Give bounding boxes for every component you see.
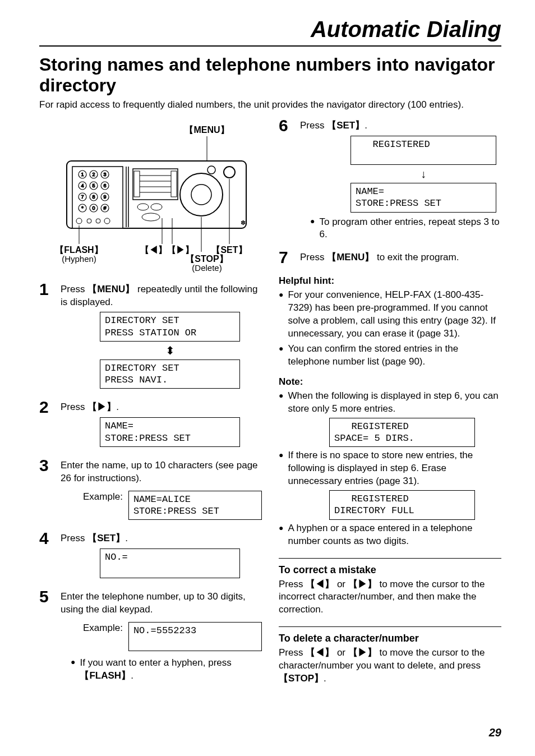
bullet-icon: ● [279,289,283,340]
bullet-text: If you want to enter a hyphen, press [80,657,231,668]
step-text: Enter the telephone number, up to 30 dig… [61,591,262,616]
bullet-text: . [131,670,133,681]
step-text: Enter the name, up to 10 characters (see… [61,459,262,485]
step-number: 6 [279,117,292,242]
svg-text:7: 7 [81,194,84,200]
svg-text:【FLASH】: 【FLASH】 [55,245,103,255]
step-number: 3 [39,457,53,522]
svg-text:0: 0 [92,205,95,211]
step-3: 3 Enter the name, up to 10 characters (s… [39,457,262,522]
page-title: Automatic Dialing [311,17,501,42]
bullet-icon: ● [279,390,283,416]
step-text: Press [300,252,327,262]
svg-point-46 [207,166,215,174]
lcd-display: NO.=5552233 [128,622,262,652]
svg-point-45 [191,185,211,205]
helpful-hint-heading: Helpful hint: [279,275,501,287]
svg-point-43 [142,213,160,221]
delete-body: Press 【◀】 or 【▶】 to move the cursor to t… [279,647,501,685]
svg-text:4: 4 [81,183,84,188]
bullet-icon: ● [279,449,283,488]
svg-text:*: * [81,205,84,211]
device-diagram: 【MENU】 1 2 3 4 5 6 7 8 9 * [39,122,262,273]
svg-point-41 [137,204,149,210]
updown-arrow-icon: ⬍ [100,344,240,357]
svg-text:【STOP】: 【STOP】 [186,254,228,264]
svg-point-29 [87,219,91,223]
delete-heading: To delete a character/number [279,633,501,644]
step-number: 7 [279,249,292,268]
note-item: When the following is displayed in step … [288,390,501,416]
divider [279,558,501,559]
svg-text:8: 8 [92,194,95,200]
svg-text:9: 9 [103,194,106,200]
svg-text:(Hyphen): (Hyphen) [62,254,96,264]
svg-text:5: 5 [92,183,95,188]
lcd-display: NAME= STORE:PRESS SET [100,417,240,447]
svg-text:(Delete): (Delete) [192,263,222,273]
example-label: Example: [83,488,123,504]
lcd-display: NAME= STORE:PRESS SET [350,183,496,213]
step-number: 5 [39,588,53,683]
step-text: to exit the program. [374,252,459,262]
down-arrow-icon: ↓ [350,167,496,181]
svg-point-42 [151,204,162,210]
section-intro: For rapid access to frequently dialed nu… [39,99,501,110]
note-item: If there is no space to store new entrie… [288,449,501,488]
correct-body: Press 【◀】 or 【▶】 to move the cursor to t… [279,578,501,617]
svg-text:【◀】【▶】: 【◀】【▶】 [140,245,194,255]
svg-rect-40 [171,171,177,197]
svg-text:6: 6 [103,183,106,188]
bullet-icon: ● [71,657,75,683]
lcd-display: REGISTERED [350,136,496,165]
bullet-icon: ● [310,216,315,242]
step-4: 4 Press 【SET】. NO.= [39,530,262,580]
hint-item: For your convenience, HELP-FAX (1-800-43… [288,289,501,340]
step-number: 4 [39,530,53,580]
svg-text:2: 2 [92,172,95,177]
step-text: Press [61,533,87,543]
bullet-icon: ● [279,343,283,368]
svg-point-47 [224,167,235,178]
svg-point-30 [96,219,100,223]
step-text: Press [61,284,87,294]
step-text: Press [61,402,87,412]
divider [279,626,501,627]
lcd-display: NAME=ALICE STORE:PRESS SET [128,491,262,520]
bullet-text: To program other entries, repeat steps 3… [319,216,501,242]
section-heading: Storing names and telephone numbers into… [39,54,501,96]
note-item: A hyphen or a space entered in a telepho… [288,522,501,548]
svg-text:【SET】: 【SET】 [211,245,247,255]
lcd-display: DIRECTORY SET PRESS NAVI. [100,359,240,389]
hint-item: You can confirm the stored entries in th… [288,343,501,368]
lcd-display: DIRECTORY SET PRESS STATION OR [100,312,240,342]
step-7: 7 Press 【MENU】 to exit the program. [279,249,501,268]
lcd-display: NO.= [100,548,240,578]
note-heading: Note: [279,376,501,388]
svg-point-28 [76,218,82,224]
svg-text:【MENU】: 【MENU】 [185,125,229,135]
step-text: . [116,402,119,412]
page-number: 29 [489,726,501,739]
step-text: . [125,533,128,543]
bullet-icon: ● [279,522,283,548]
lcd-display: REGISTERED SPACE= 5 DIRS. [329,418,475,448]
step-6: 6 Press 【SET】. REGISTERED ↓ NAME= STORE:… [279,117,501,242]
step-text: . [365,120,367,131]
svg-text:✽: ✽ [241,219,246,226]
svg-text:1: 1 [81,172,84,177]
step-2: 2 Press 【▶】. NAME= STORE:PRESS SET [39,399,262,449]
svg-point-31 [104,218,110,224]
example-label: Example: [83,620,123,635]
step-number: 2 [39,399,53,449]
correct-heading: To correct a mistake [279,564,501,576]
svg-rect-39 [134,171,140,197]
step-5: 5 Enter the telephone number, up to 30 d… [39,588,262,683]
step-text: Press [300,120,327,131]
step-number: 1 [39,281,53,391]
svg-text:#: # [103,205,106,211]
step-1: 1 Press 【MENU】 repeatedly until the foll… [39,281,262,391]
lcd-display: REGISTERED DIRECTORY FULL [329,490,475,520]
svg-text:3: 3 [103,172,106,177]
